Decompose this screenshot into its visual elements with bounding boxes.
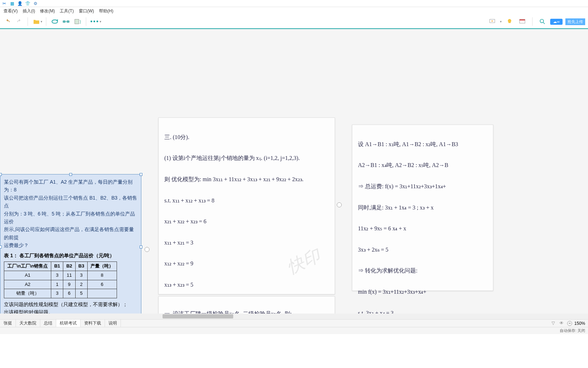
handwritten-page-1[interactable]: 三. (10分). (1) 设第i个产地运往第j个销地的量为 xᵢⱼ. (i=1… [158, 117, 335, 294]
handwriting-content: 三. (10分). (1) 设第i个产地运往第j个销地的量为 xᵢⱼ. (i=1… [159, 118, 335, 319]
zoom-out-button[interactable]: − [567, 321, 572, 326]
menu-tools[interactable]: 工具(T) [58, 7, 76, 15]
resize-handle[interactable] [0, 246, 2, 248]
screen-button[interactable] [517, 17, 527, 27]
handwriting-content: 设 A1→B1 : x₁吨, A1→B2 : x₂吨, A1→B3 A2→B1 … [352, 125, 493, 319]
braces-button[interactable]: } [72, 17, 82, 27]
resize-handle[interactable] [69, 173, 72, 176]
person-icon[interactable]: 👤 [17, 1, 23, 6]
separator [532, 17, 533, 26]
present-button[interactable] [487, 17, 497, 27]
menu-help[interactable]: 帮助(H) [97, 7, 116, 15]
scroll-thumb[interactable] [163, 314, 233, 318]
problem-body: 某公司有两个加工厂 A1、A2 生产某产品，每日的产量分别为：8 该公司把这些产… [4, 178, 137, 249]
menu-modify[interactable]: 修改(M) [38, 7, 57, 15]
title-bar: ✂ ▦ 👤 👕 ⚙ [0, 0, 588, 7]
handwritten-page-2[interactable]: 设 A1→B1 : x₁吨, A1→B2 : x₂吨, A1→B3 A2→B1 … [352, 125, 493, 291]
dropdown-arrow-icon[interactable]: ▾ [100, 20, 101, 23]
resize-handle[interactable] [140, 246, 142, 248]
bulb-button[interactable] [505, 17, 514, 27]
folder-button[interactable] [31, 17, 41, 27]
cycle-button[interactable] [50, 17, 60, 27]
undo-button[interactable] [3, 17, 13, 27]
shirt-icon[interactable]: 👕 [25, 1, 30, 6]
table-caption: 表 1： 各工厂到各销售点的单位产品运价（元/吨） [4, 252, 137, 259]
menu-window[interactable]: 窗口(W) [77, 7, 96, 15]
rotate-handle[interactable] [145, 247, 149, 252]
tab-item[interactable]: 杭研考试 [56, 320, 81, 327]
tab-item[interactable]: 张挺 [0, 320, 16, 327]
dropdown-arrow-icon[interactable]: ▾ [41, 20, 42, 23]
problem-text-box[interactable]: 某公司有两个加工厂 A1、A2 生产某产品，每日的产量分别为：8 该公司把这些产… [0, 174, 141, 319]
resize-handle[interactable] [0, 173, 2, 176]
menu-bar: 查看(V) 插入(I) 修改(M) 工具(T) 窗口(W) 帮助(H) [0, 7, 588, 15]
more-button[interactable]: ••• [90, 17, 100, 27]
toolbar: ▾ } ••• ▾ ▾ ☁∞ 抢先上传 [0, 15, 588, 29]
canvas-area[interactable]: 某公司有两个加工厂 A1、A2 生产某产品，每日的产量分别为：8 该公司把这些产… [0, 29, 588, 319]
cloud-upload-label[interactable]: 抢先上传 [565, 18, 585, 25]
separator [46, 17, 46, 26]
table-row: A21926 [4, 280, 117, 289]
cost-table: 工厂\n工厂\n销售点 B1 B2 B3 产量（吨） A131138 A2192… [4, 261, 117, 298]
separator [86, 17, 86, 26]
svg-rect-2 [75, 19, 79, 24]
svg-rect-6 [519, 19, 525, 21]
dropdown-arrow-icon[interactable]: ▾ [500, 20, 502, 23]
tab-item[interactable]: 资料下载 [81, 320, 105, 327]
svg-rect-1 [67, 21, 70, 23]
svg-point-7 [540, 19, 544, 23]
table-row: 销量（吨）365 [4, 289, 117, 298]
separator [28, 17, 28, 26]
eye-icon[interactable]: 👁 [559, 321, 565, 326]
filter-icon[interactable]: ▽ [552, 321, 557, 326]
cloud-icon: ☁∞ [553, 19, 560, 24]
scissors-icon[interactable]: ✂ [1, 1, 7, 6]
rotate-handle[interactable] [337, 202, 342, 207]
redo-button[interactable] [14, 17, 24, 27]
gear-icon[interactable]: ⚙ [33, 1, 38, 6]
svg-rect-0 [63, 21, 66, 23]
zoom-level: 150% [574, 321, 585, 326]
svg-text:}: } [80, 19, 81, 24]
status-bar: 自动保存: 关闭 [0, 327, 588, 334]
app-icon[interactable]: ▦ [9, 1, 15, 6]
tab-bar: 张挺 天大数院 总结 杭研考试 资料下载 说明 ▽ 👁 − 150% [0, 319, 588, 327]
menu-view[interactable]: 查看(V) [1, 7, 20, 15]
link-button[interactable] [61, 17, 71, 27]
resize-handle[interactable] [140, 173, 142, 176]
cloud-badge[interactable]: ☁∞ [550, 19, 563, 25]
table-row: A131138 [4, 271, 117, 280]
tab-item[interactable]: 天大数院 [16, 320, 40, 327]
menu-insert[interactable]: 插入(I) [20, 7, 37, 15]
autosave-status: 自动保存: 关闭 [560, 328, 585, 333]
horizontal-scrollbar[interactable] [0, 314, 588, 319]
tab-item[interactable]: 总结 [40, 320, 56, 327]
tab-item[interactable]: 说明 [105, 320, 121, 327]
search-button[interactable] [537, 17, 547, 27]
